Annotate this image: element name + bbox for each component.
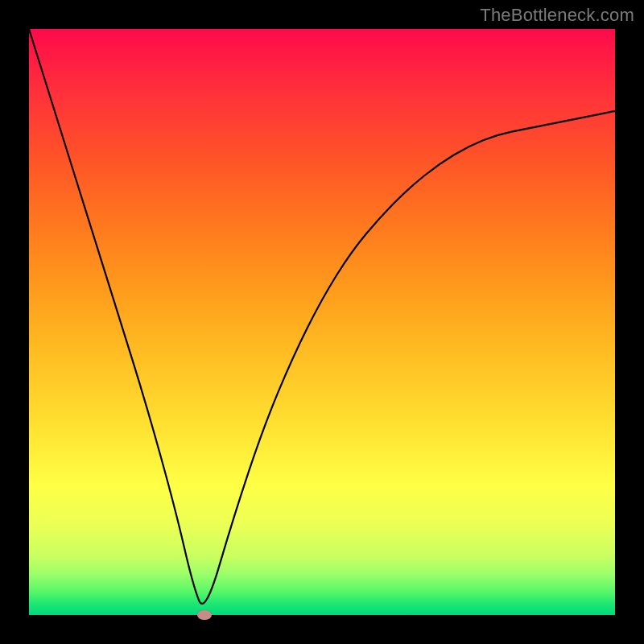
watermark-text: TheBottleneck.com xyxy=(480,5,634,26)
bottleneck-curve xyxy=(29,29,615,615)
optimal-point-marker xyxy=(197,610,212,620)
chart-frame: TheBottleneck.com xyxy=(0,0,644,644)
chart-plot-area xyxy=(29,29,615,615)
